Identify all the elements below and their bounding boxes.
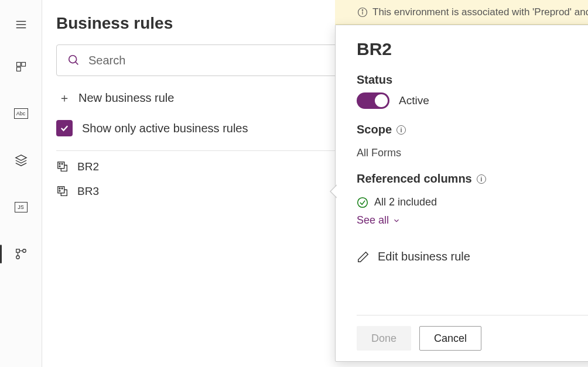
- svg-point-21: [59, 188, 60, 189]
- svg-point-27: [358, 197, 368, 207]
- svg-rect-5: [16, 67, 20, 71]
- svg-rect-3: [16, 63, 20, 67]
- info-icon: [357, 7, 368, 18]
- new-rule-label: New business rule: [78, 91, 174, 105]
- referenced-columns-label: Referenced columns i: [357, 172, 588, 186]
- see-all-link[interactable]: See all: [357, 214, 588, 227]
- js-icon: JS: [15, 202, 28, 212]
- banner-text: This environment is associated with 'Pre…: [372, 6, 588, 18]
- nav-item-business-rules[interactable]: [0, 242, 42, 266]
- nav-item-abc[interactable]: Abc: [0, 102, 42, 125]
- nav-item-dashboard[interactable]: [0, 55, 42, 78]
- svg-rect-20: [58, 187, 64, 193]
- nav-rail: Abc JS: [0, 0, 42, 367]
- rule-icon: [56, 185, 69, 198]
- abc-icon: Abc: [14, 108, 28, 119]
- rule-name: BR3: [77, 185, 99, 198]
- svg-marker-6: [15, 155, 26, 160]
- rule-icon: [56, 160, 69, 173]
- svg-point-14: [69, 56, 77, 63]
- nav-item-js[interactable]: JS: [0, 195, 42, 219]
- status-value: Active: [399, 94, 429, 107]
- grid-icon: [14, 60, 28, 74]
- flyout-title: BR2: [357, 39, 588, 59]
- nav-item-layers[interactable]: [0, 149, 42, 172]
- svg-line-15: [76, 62, 78, 65]
- svg-point-19: [59, 166, 60, 167]
- rule-name: BR2: [77, 160, 99, 173]
- info-icon[interactable]: i: [477, 174, 486, 184]
- done-button: Done: [357, 326, 411, 351]
- plus-icon: ＋: [59, 90, 70, 106]
- svg-point-8: [22, 249, 26, 253]
- status-label: Status: [357, 73, 588, 87]
- svg-point-17: [59, 163, 60, 164]
- edit-business-rule-button[interactable]: Edit business rule: [357, 250, 588, 263]
- show-active-label: Show only active business rules: [82, 122, 248, 135]
- environment-banner: This environment is associated with 'Pre…: [335, 0, 588, 25]
- check-circle-icon: [357, 197, 368, 208]
- scope-label: Scope i: [357, 123, 588, 136]
- referenced-columns-summary: All 2 included: [357, 196, 588, 208]
- svg-rect-4: [21, 63, 25, 67]
- scope-value: All Forms: [357, 147, 588, 159]
- show-active-checkbox[interactable]: [56, 120, 73, 136]
- flyout-footer: Done Cancel: [357, 315, 588, 361]
- check-icon: [59, 123, 70, 133]
- business-rules-panel: Business rules ＋ New business rule Show …: [42, 0, 588, 367]
- panel-title: Business rules: [56, 14, 173, 33]
- hamburger-icon[interactable]: [14, 18, 28, 32]
- info-icon[interactable]: i: [396, 125, 406, 135]
- svg-rect-7: [16, 249, 19, 253]
- svg-point-23: [59, 190, 60, 191]
- chevron-down-icon: [392, 217, 401, 225]
- svg-point-18: [61, 163, 63, 164]
- flow-icon: [14, 247, 28, 261]
- status-toggle[interactable]: [357, 92, 389, 109]
- cancel-button[interactable]: Cancel: [419, 326, 481, 351]
- rule-details-flyout: BR2 Status Active Scope i All Forms Refe…: [335, 25, 588, 362]
- pencil-icon: [357, 251, 370, 263]
- search-icon: [67, 54, 80, 67]
- layers-icon: [14, 153, 28, 167]
- svg-point-9: [16, 256, 19, 259]
- svg-point-26: [362, 9, 363, 11]
- svg-point-22: [61, 188, 63, 189]
- svg-rect-16: [58, 162, 64, 169]
